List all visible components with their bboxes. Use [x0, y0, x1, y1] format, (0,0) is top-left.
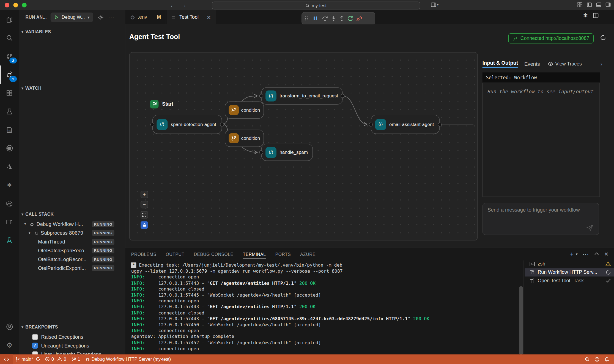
activity-settings-gear[interactable]: ⚙ — [0, 336, 19, 354]
terminal-list-item[interactable]: zsh — [525, 260, 614, 268]
start-debug-icon[interactable] — [54, 15, 59, 20]
activity-openai[interactable]: ✻ — [0, 176, 19, 194]
more-actions-icon[interactable]: ··· — [604, 12, 610, 18]
tab-input-output[interactable]: Input & Output — [483, 60, 518, 68]
forward-arrow-icon[interactable]: → — [181, 2, 187, 8]
problems-status[interactable]: 0 0 — [43, 354, 69, 364]
activity-account[interactable] — [0, 318, 19, 336]
view-traces-button[interactable]: View Traces — [548, 61, 582, 67]
activity-flask[interactable] — [0, 231, 19, 250]
zoom-in-button[interactable]: + — [141, 191, 148, 198]
activity-explorer[interactable] — [0, 10, 19, 29]
activity-run-and-debug[interactable]: 1 — [0, 65, 19, 84]
workflow-node-email-assistant-agent[interactable]: ⟨/⟩ email-assistant-agent — [371, 115, 440, 134]
breakpoint-checkbox[interactable] — [32, 334, 38, 340]
breakpoint-row[interactable]: ✓Uncaught Exceptions — [19, 341, 125, 350]
terminal-dropdown-icon[interactable]: ▾ — [576, 252, 577, 256]
panel-tab-terminal[interactable]: TERMINAL — [243, 250, 266, 258]
close-icon[interactable]: ✕ — [207, 14, 211, 20]
panel-tab-problems[interactable]: PROBLEMS — [131, 250, 157, 258]
breakpoint-checkbox[interactable]: ✓ — [32, 343, 38, 348]
fit-view-button[interactable] — [141, 211, 148, 218]
panel-tab-debug-console[interactable]: DEBUG CONSOLE — [194, 250, 234, 258]
toggle-sidebar-icon[interactable] — [586, 2, 592, 7]
lock-interactivity-button[interactable] — [141, 221, 148, 229]
zoom-out-button[interactable]: − — [141, 201, 148, 208]
output-port[interactable] — [341, 94, 344, 98]
gear-icon[interactable] — [98, 14, 103, 20]
activity-extensions[interactable] — [0, 84, 19, 102]
workflow-node-spam-detection-agent[interactable]: ⟨/⟩ spam-detection-agent — [152, 115, 222, 134]
running-tasks-status[interactable]: 1 — [68, 354, 82, 364]
call-stack-row[interactable]: MainThreadRUNNING — [19, 237, 125, 246]
terminal-list-item[interactable]: Open Test ToolTask — [525, 277, 614, 285]
panel-tab-azure[interactable]: AZURE — [300, 250, 316, 258]
input-port[interactable] — [259, 94, 263, 98]
pause-button[interactable] — [312, 15, 319, 22]
input-port[interactable] — [369, 122, 373, 126]
split-editor-icon[interactable] — [593, 12, 599, 18]
drag-handle[interactable] — [303, 15, 309, 22]
watch-section-header[interactable]: ▾ WATCH — [19, 83, 125, 92]
debug-session-status[interactable]: Debug Workflow HTTP Server (my-test) — [83, 354, 173, 364]
workflow-node-handle-spam[interactable]: ⟨/⟩ handle_spam — [261, 144, 313, 161]
activity-project-manager[interactable] — [0, 213, 19, 231]
activity-testing[interactable] — [0, 102, 19, 121]
call-stack-row[interactable]: OtelPeriodicExporti...RUNNING — [19, 264, 125, 273]
remote-indicator[interactable] — [0, 354, 13, 364]
input-port[interactable] — [259, 150, 263, 154]
workflow-node-condition-bottom[interactable]: condition — [225, 130, 264, 147]
branch-status[interactable]: main* — [13, 354, 43, 364]
terminal-output[interactable]: * Executing task: /Users/junjieli/Develo… — [131, 262, 519, 352]
tab-env[interactable]: .env M — [125, 10, 166, 24]
breakpoint-row[interactable]: Raised Exceptions — [19, 333, 125, 341]
activity-search[interactable] — [0, 29, 19, 47]
panel-tab-output[interactable]: OUTPUT — [166, 250, 185, 258]
restart-button[interactable] — [347, 15, 353, 22]
screencast-zoom-status[interactable] — [582, 354, 592, 364]
toggle-secondary-sidebar-icon[interactable] — [605, 2, 611, 7]
back-arrow-icon[interactable]: ← — [170, 2, 176, 8]
command-center-search[interactable]: my-test — [212, 2, 420, 9]
step-into-button[interactable] — [330, 15, 337, 22]
call-stack-row[interactable]: OtelBatchSpanReco...RUNNING — [19, 246, 125, 255]
variables-section-header[interactable]: ▾ VARIABLES — [19, 27, 125, 36]
toggle-panel-icon[interactable] — [596, 2, 602, 7]
call-stack-row[interactable]: ▾Debug Workflow H...RUNNING — [19, 220, 125, 229]
more-actions-icon[interactable]: ··· — [583, 251, 589, 257]
refresh-icon[interactable] — [600, 34, 606, 41]
message-composer[interactable]: Send a message to trigger your workflow — [483, 203, 599, 235]
activity-source-control[interactable]: 2 — [0, 47, 19, 65]
copilot-swirl-icon[interactable]: ✻ — [583, 12, 588, 18]
terminal-list-item[interactable]: Run Workflow HTTP Serv... — [525, 268, 614, 277]
connection-status-pill[interactable]: Connected http://localhost:8087 — [508, 33, 594, 43]
output-port[interactable] — [438, 122, 442, 126]
activity-azure[interactable] — [0, 157, 19, 176]
activity-github[interactable] — [0, 139, 19, 157]
chevron-right-icon[interactable]: › — [601, 61, 602, 67]
workflow-canvas[interactable]: Start ⟨/⟩ spam-detection-agent condition… — [129, 52, 478, 240]
call-stack-row[interactable]: OtelBatchLogRecor...RUNNING — [19, 255, 125, 264]
step-out-button[interactable] — [339, 15, 345, 22]
layout-control-button[interactable]: ▾ — [431, 2, 438, 7]
call-stack-section-header[interactable]: ▾ CALL STACK — [19, 210, 125, 219]
output-port[interactable] — [220, 122, 224, 126]
notifications-status[interactable] — [602, 354, 614, 364]
panel-tab-ports[interactable]: PORTS — [275, 250, 291, 258]
close-window-button[interactable] — [5, 3, 9, 7]
feedback-status[interactable] — [592, 354, 602, 364]
more-actions-icon[interactable]: ··· — [108, 14, 115, 20]
maximize-window-button[interactable] — [22, 3, 27, 7]
step-over-button[interactable] — [322, 15, 329, 22]
scrollbar-thumb[interactable] — [519, 286, 523, 355]
new-terminal-icon[interactable]: + — [570, 251, 573, 257]
minimize-window-button[interactable] — [13, 3, 18, 7]
activity-log-viewer[interactable]: LOG — [0, 121, 19, 139]
maximize-panel-icon[interactable] — [594, 251, 599, 257]
input-port[interactable] — [150, 122, 154, 126]
tab-test-tool[interactable]: Test Tool ✕ — [167, 10, 216, 24]
close-panel-icon[interactable]: ✕ — [604, 251, 609, 257]
terminal-scrollbar[interactable] — [519, 271, 523, 361]
breakpoints-section-header[interactable]: ▾ BREAKPOINTS — [19, 322, 125, 332]
activity-python[interactable] — [0, 194, 19, 213]
